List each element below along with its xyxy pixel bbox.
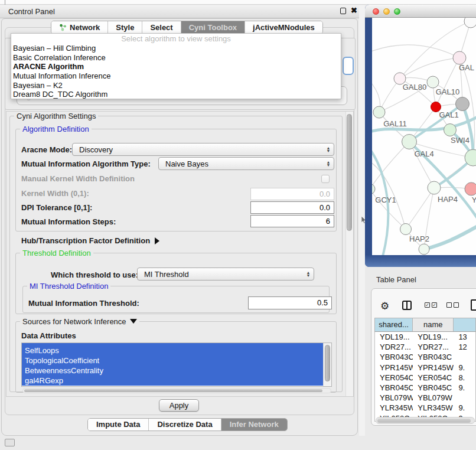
- table-columns-icon[interactable]: [402, 301, 412, 310]
- deselect-all-checkboxes-icon[interactable]: [446, 302, 459, 308]
- application-window: Control Panel ✖ Network Style Select Cyn…: [0, 0, 476, 450]
- dpi-tolerance-field[interactable]: 0.0: [250, 201, 334, 214]
- mi-steps-field[interactable]: 6: [250, 215, 334, 227]
- close-window-icon[interactable]: [373, 8, 379, 15]
- table-cell: YLR345W: [375, 403, 413, 413]
- kernel-width-field[interactable]: 0.0: [250, 188, 334, 200]
- minimize-window-icon[interactable]: [383, 8, 390, 15]
- hub-definition-expander[interactable]: Hub/Transcription Factor Definition: [21, 236, 159, 245]
- table-cell: YBR043C: [413, 352, 454, 362]
- table-cell: YER054C: [375, 373, 413, 383]
- column-header-shared-name[interactable]: shared...: [375, 318, 413, 331]
- table-row[interactable]: YLR345WYLR345W9.: [375, 403, 475, 413]
- minimized-panel-grip[interactable]: [5, 439, 15, 446]
- network-node[interactable]: [373, 106, 385, 118]
- float-panel-icon[interactable]: [340, 8, 346, 14]
- cyni-algorithm-settings-title: Cyni Algorithm Settings: [14, 112, 98, 120]
- checked-box-icon: ✓: [425, 302, 430, 308]
- tab-select[interactable]: Select: [142, 21, 181, 34]
- tab-infer-network[interactable]: Infer Network: [221, 419, 287, 431]
- algorithm-option[interactable]: Mutual Information Inference: [11, 71, 341, 81]
- network-node[interactable]: [453, 51, 466, 64]
- new-table-icon[interactable]: [471, 299, 476, 311]
- table-row[interactable]: YBL079WYBL079W: [375, 393, 475, 403]
- table-row[interactable]: YDR27...YDR27...12: [375, 342, 475, 352]
- algorithm-option[interactable]: Bayesian – Hill Climbing: [11, 44, 341, 53]
- which-threshold-combobox[interactable]: MI Threshold ▲▼: [137, 268, 314, 281]
- data-attribute-item[interactable]: SelfLoops: [22, 345, 323, 356]
- zoom-window-icon[interactable]: [394, 8, 400, 15]
- data-attribute-item[interactable]: TopologicalCoefficient: [22, 356, 323, 366]
- table-cell: 9.: [454, 403, 475, 413]
- tab-style[interactable]: Style: [108, 21, 142, 34]
- table-settings-gear-icon[interactable]: ⚙: [380, 300, 389, 312]
- app-top-strip: [0, 0, 476, 5]
- app-top-divider: [5, 0, 5, 5]
- mi-threshold-label: Mutual Information Threshold:: [28, 299, 139, 308]
- network-node[interactable]: [400, 224, 412, 235]
- table-cell: [454, 393, 475, 403]
- settings-scrollbar-thumb[interactable]: [347, 114, 352, 231]
- network-node[interactable]: [428, 181, 441, 194]
- attributes-hscrollbar-track[interactable]: [22, 388, 331, 393]
- aracne-mode-value: Discovery: [73, 145, 323, 154]
- network-node[interactable]: [444, 124, 457, 136]
- tab-network[interactable]: Network: [51, 21, 108, 34]
- tab-impute-data[interactable]: Impute Data: [88, 419, 149, 431]
- tab-network-label: Network: [70, 23, 100, 32]
- table-hscrollbar-track[interactable]: [376, 417, 475, 424]
- algorithm-dropdown-popup: Select algorithm to view settings Bayesi…: [11, 33, 341, 99]
- table-row[interactable]: YBR045CYBR045C9.: [375, 383, 475, 393]
- network-node-label: GAL1: [439, 110, 458, 119]
- data-attribute-item[interactable]: BetweennessCentrality: [22, 366, 323, 376]
- column-header-cut[interactable]: [454, 318, 475, 331]
- column-header-name[interactable]: name: [413, 318, 454, 331]
- network-window-titlebar[interactable]: [365, 5, 476, 18]
- close-panel-icon[interactable]: ✖: [351, 6, 357, 15]
- mi-algorithm-type-label: Mutual Information Algorithm Type:: [21, 159, 151, 168]
- network-node[interactable]: [464, 18, 476, 28]
- network-node[interactable]: [419, 244, 429, 255]
- network-view-canvas[interactable]: GALGAL80GAL10GAL1GAL11SWI4GAL4GCY1HAP4YH…: [372, 18, 476, 255]
- tab-cyni-toolbox[interactable]: Cyni Toolbox: [181, 21, 245, 34]
- attributes-scrollbar-track[interactable]: [323, 343, 331, 386]
- algorithm-option[interactable]: Basic Correlation Inference: [11, 53, 341, 63]
- network-node[interactable]: [402, 135, 417, 149]
- table-cell: YBR043C: [375, 352, 413, 362]
- algorithm-option[interactable]: ARACNE Algorithm: [11, 62, 341, 71]
- kernel-width-label: Kernel Width (0,1):: [21, 189, 89, 198]
- checked-box-icon: ✓: [432, 302, 437, 308]
- table-cell: YDL19...: [375, 332, 413, 342]
- attributes-scrollbar-thumb[interactable]: [325, 345, 330, 381]
- network-node-label: SWI4: [451, 136, 470, 145]
- aracne-mode-combobox[interactable]: Discovery ▲▼: [72, 143, 334, 156]
- algorithm-option[interactable]: Dream8 DC_TDC Algorithm: [11, 90, 341, 99]
- attributes-hscrollbar-thumb[interactable]: [24, 389, 322, 392]
- table-row[interactable]: YBR043CYBR043C: [375, 352, 475, 362]
- table-hscrollbar-thumb[interactable]: [377, 419, 471, 423]
- manual-kernel-checkbox[interactable]: [321, 175, 330, 183]
- tab-style-label: Style: [116, 23, 134, 32]
- data-attribute-item[interactable]: gal4RGexp: [22, 376, 323, 386]
- tab-jactivemnodules[interactable]: jActiveMNodules: [245, 21, 322, 34]
- table-cell: YDR27...: [413, 342, 454, 352]
- network-node[interactable]: [456, 97, 470, 111]
- network-node[interactable]: [427, 76, 439, 88]
- mi-threshold-field[interactable]: 0.5: [248, 296, 332, 309]
- data-attributes-listbox[interactable]: SelfLoopsTopologicalCoefficientBetweenne…: [21, 343, 332, 387]
- network-node-label: HAP2: [409, 234, 429, 243]
- expander-down-icon[interactable]: [130, 319, 137, 324]
- table-row[interactable]: YDL19...YDL19...13: [375, 332, 475, 342]
- network-node[interactable]: [465, 182, 476, 195]
- focused-button-behind[interactable]: [343, 57, 354, 75]
- network-node[interactable]: [372, 184, 375, 194]
- table-row[interactable]: YPR145WYPR145W9.: [375, 363, 475, 373]
- select-all-checkboxes-icon[interactable]: ✓ ✓: [425, 302, 437, 308]
- network-svg: GALGAL80GAL10GAL1GAL11SWI4GAL4GCY1HAP4YH…: [372, 18, 476, 255]
- node-table-body-wrap[interactable]: YDL19...YDL19...13YDR27...YDR27...12YBR0…: [374, 332, 476, 422]
- apply-button[interactable]: Apply: [159, 399, 199, 412]
- mi-algorithm-type-combobox[interactable]: Naive Bayes ▲▼: [158, 157, 334, 170]
- table-row[interactable]: YER054CYER054C8.: [375, 373, 475, 383]
- tab-discretize-data[interactable]: Discretize Data: [149, 419, 221, 431]
- algorithm-option[interactable]: Bayesian – K2: [11, 81, 341, 90]
